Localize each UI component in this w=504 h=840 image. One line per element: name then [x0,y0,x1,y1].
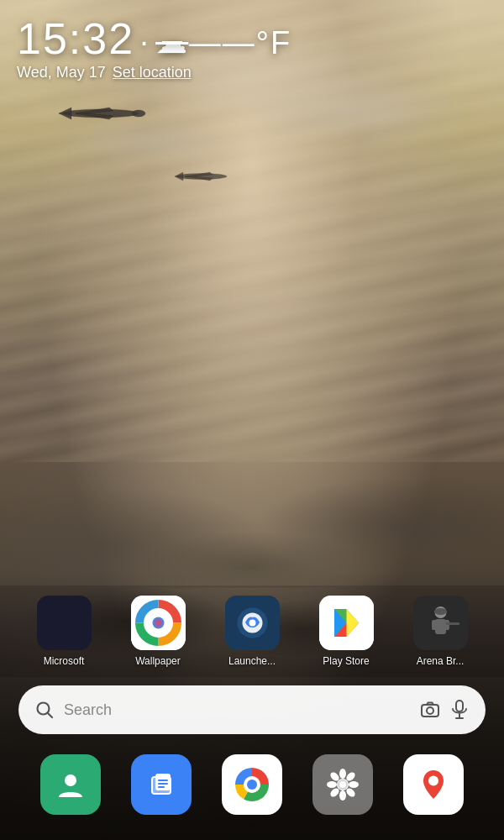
dock-chrome[interactable] [222,754,282,815]
app-wallpaper[interactable]: Wallpaper [116,596,200,667]
svg-point-34 [427,707,433,714]
search-bar[interactable]: Search [18,685,486,734]
dock-settings[interactable] [312,754,373,815]
svg-line-32 [48,713,53,718]
search-placeholder: Search [64,701,410,719]
dock-files[interactable] [131,754,192,815]
temperature-text: ——°F [189,25,291,60]
svg-point-51 [349,781,359,788]
bottom-dock [0,743,504,840]
arena-label: Arena Br... [417,655,465,667]
time-display: 15:32·☁——°F [17,17,487,60]
launcher-icon [225,596,280,650]
wallpaper-icon [131,596,186,650]
svg-point-17 [249,620,255,627]
camera-search-icon[interactable] [420,700,440,720]
svg-point-50 [327,781,337,788]
set-location-button[interactable]: Set location [113,64,192,81]
playstore-label: Play Store [323,655,369,667]
app-arena[interactable]: Arena Br... [398,596,482,667]
svg-point-58 [428,776,438,786]
mic-search-icon[interactable] [450,700,469,720]
app-microsoft[interactable]: Microsoft [22,596,106,667]
home-screen: 15:32·☁——°F Wed, May 17 Set location Mic… [0,0,504,840]
svg-point-46 [247,780,257,790]
playstore-icon [319,596,374,650]
svg-rect-35 [456,701,463,711]
svg-rect-29 [434,608,447,615]
dock-maps[interactable] [403,754,464,815]
launcher-label: Launche... [228,655,276,667]
svg-point-57 [339,781,346,788]
search-icon [35,701,54,719]
svg-point-13 [152,617,164,629]
dock-contacts[interactable] [40,754,101,815]
microsoft-label: Microsoft [44,655,85,667]
svg-point-48 [339,769,346,779]
svg-point-49 [339,790,346,801]
app-launcher[interactable]: Launche... [210,596,294,667]
svg-point-38 [65,774,76,786]
app-row: Microsoft [0,585,504,677]
microsoft-icon [37,596,92,650]
app-playstore[interactable]: Play Store [304,596,388,667]
arena-icon [413,596,468,650]
svg-rect-30 [446,622,459,625]
status-bar: 15:32·☁——°F Wed, May 17 Set location [0,0,504,81]
time-separator: · [139,24,150,60]
date-weather-row: Wed, May 17 Set location [17,64,487,81]
weather-cloud-icon: ☁ [155,24,189,60]
wallpaper-label: Wallpaper [135,655,181,667]
date-text: Wed, May 17 [17,64,106,81]
time-text: 15:32 [17,14,134,63]
svg-rect-27 [432,620,438,630]
